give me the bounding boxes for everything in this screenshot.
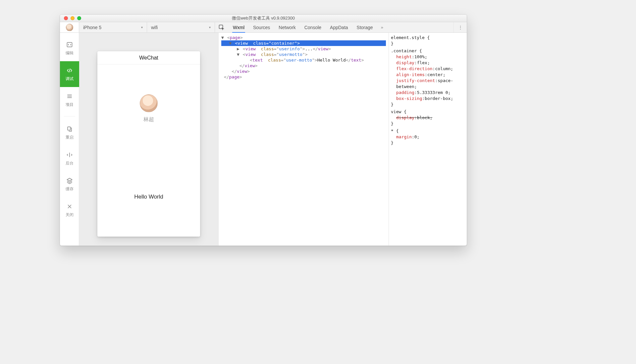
network-select-value: wifi	[151, 25, 158, 30]
style-property: margin	[396, 134, 412, 139]
styles-pane[interactable]: element.style { } .container { height:10…	[389, 33, 467, 246]
style-close: }	[391, 140, 465, 146]
sidebar-item-edit[interactable]: 编辑	[60, 35, 79, 61]
simulator-navbar-title: WeChat	[97, 51, 200, 65]
style-close: }	[391, 41, 465, 47]
sidebar-item-label: 关闭	[66, 212, 74, 218]
tab-label: Storage	[357, 25, 373, 30]
network-select[interactable]: wifi ▾	[147, 22, 215, 32]
sidebar-item-label: 缓存	[66, 186, 74, 192]
style-rule[interactable]: * { margin:0; }	[391, 128, 465, 146]
tab-label: AppData	[330, 25, 348, 30]
style-property: display	[396, 60, 414, 65]
sidebar-item-debug[interactable]: 调试	[60, 61, 79, 87]
toolbar: iPhone 5 ▾ wifi ▾ Wxml Sources Network C…	[60, 22, 467, 33]
tab-label: Wxml	[233, 25, 244, 30]
device-select-value: iPhone 5	[83, 25, 101, 30]
background-icon	[66, 151, 73, 159]
style-property: height	[396, 54, 412, 59]
sidebar-item-background[interactable]: 后台	[60, 146, 79, 171]
chevron-down-icon: ▾	[209, 25, 211, 29]
restart-icon	[66, 125, 73, 133]
devtools-tabstrip: Wxml Sources Network Console AppData Sto…	[215, 22, 453, 32]
style-selector: element.style {	[391, 35, 465, 41]
menu-icon	[66, 93, 73, 100]
style-rule[interactable]: .container { height:100%; display:flex; …	[391, 48, 465, 108]
style-value: 100%;	[414, 54, 427, 59]
simulator-page: 林超 Hello World	[97, 65, 200, 237]
simulator-device: WeChat 林超 Hello World	[97, 51, 200, 237]
sidebar-item-project[interactable]: 项目	[60, 87, 79, 113]
tree-row[interactable]: ▼ <view class="usermotto">	[221, 52, 386, 57]
tree-row[interactable]: </view>	[221, 68, 386, 74]
sidebar-item-label: 项目	[66, 102, 74, 108]
style-close: }	[391, 102, 465, 108]
user-motto-text: Hello World	[134, 194, 163, 200]
layers-icon	[66, 177, 73, 184]
style-property: box-sizing	[396, 96, 422, 101]
style-selector: view {	[391, 109, 465, 115]
avatar	[66, 24, 73, 31]
device-select[interactable]: iPhone 5 ▾	[79, 22, 147, 32]
style-value: border-box;	[425, 96, 453, 101]
tab-sources[interactable]: Sources	[252, 22, 271, 32]
tab-label: Network	[279, 25, 295, 30]
style-selector: * {	[391, 128, 465, 134]
tab-appdata[interactable]: AppData	[329, 22, 348, 32]
style-rule[interactable]: element.style { }	[391, 35, 465, 47]
sidebar-item-close[interactable]: 关闭	[60, 197, 79, 223]
style-property: padding	[396, 90, 414, 95]
style-property: flex-direction	[396, 66, 433, 71]
user-avatar[interactable]	[140, 94, 158, 112]
tab-network[interactable]: Network	[278, 22, 296, 32]
sidebar-item-label: 后台	[66, 160, 74, 166]
tree-row[interactable]: ▶ <view class="userinfo">...</view>	[221, 46, 386, 52]
tree-row-selected[interactable]: ▼ <view class="container">	[221, 40, 386, 46]
style-close: }	[391, 121, 465, 127]
style-property: justify-content	[396, 78, 435, 83]
sidebar-item-label: 调试	[66, 76, 74, 82]
titlebar: 微信web开发者工具 v0.9.092300	[60, 15, 467, 22]
tab-label: Console	[304, 25, 321, 30]
tab-console[interactable]: Console	[304, 22, 322, 32]
body: 编辑 调试 项目 重启	[60, 33, 467, 246]
style-value: 0;	[414, 134, 420, 139]
userinfo: 林超	[140, 94, 158, 123]
tab-label: Sources	[253, 25, 270, 30]
sidebar-item-restart[interactable]: 重启	[60, 120, 79, 146]
style-rule[interactable]: view { display:block; }	[391, 109, 465, 127]
app-window: 微信web开发者工具 v0.9.092300 iPhone 5 ▾ wifi ▾…	[60, 14, 467, 246]
user-nickname: 林超	[143, 116, 154, 123]
debug-icon	[66, 67, 73, 74]
window-title: 微信web开发者工具 v0.9.092300	[60, 15, 467, 21]
style-value: column;	[435, 66, 453, 71]
tree-row[interactable]: ▼ <page>	[221, 35, 386, 40]
sidebar-item-label: 编辑	[66, 50, 74, 56]
tabs-overflow-button[interactable]: »	[381, 25, 383, 30]
close-icon	[66, 203, 73, 210]
tree-row[interactable]: <text class="user-motto">Hello World</te…	[221, 57, 386, 63]
style-value: center;	[427, 72, 446, 77]
svg-rect-2	[68, 127, 70, 130]
chevron-down-icon: ▾	[141, 25, 143, 29]
sidebar-item-cache[interactable]: 缓存	[60, 171, 79, 197]
sidebar-item-label: 重启	[66, 135, 74, 140]
left-sidebar: 编辑 调试 项目 重启	[60, 33, 79, 246]
kebab-icon: ⋮	[458, 25, 463, 30]
style-value: block;	[417, 115, 433, 120]
tab-storage[interactable]: Storage	[356, 22, 374, 32]
style-value: flex;	[417, 60, 430, 65]
devtools-menu-button[interactable]: ⋮	[453, 22, 467, 32]
style-selector: .container {	[391, 48, 465, 54]
element-picker-icon[interactable]	[218, 24, 225, 31]
tree-row[interactable]: </view>	[221, 63, 386, 68]
tab-wxml[interactable]: Wxml	[232, 22, 245, 32]
style-property: display	[396, 115, 414, 120]
devtools-panes: ▼ <page> ▼ <view class="container"> ▶ <v…	[218, 33, 467, 246]
simulator-pane: WeChat 林超 Hello World	[79, 33, 218, 246]
tree-row[interactable]: </page>	[221, 74, 386, 80]
style-property: align-items	[396, 72, 425, 77]
account-avatar-button[interactable]	[60, 22, 79, 32]
wxml-tree[interactable]: ▼ <page> ▼ <view class="container"> ▶ <v…	[219, 33, 389, 246]
code-icon	[66, 41, 73, 48]
